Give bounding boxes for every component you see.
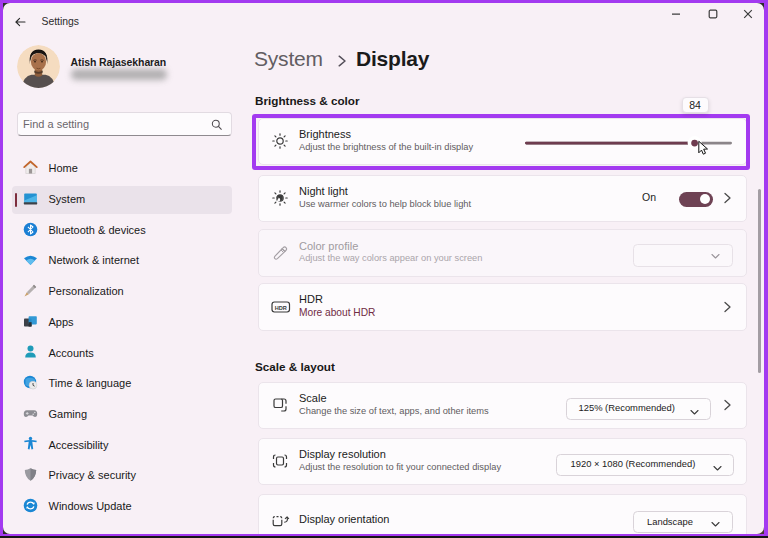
svg-text:HDR: HDR <box>275 304 287 310</box>
